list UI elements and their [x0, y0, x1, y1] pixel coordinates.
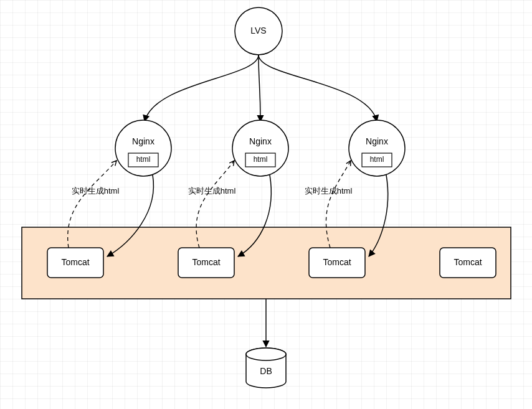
tomcat-label-4: Tomcat [454, 257, 482, 267]
tomcat-label-1: Tomcat [61, 257, 89, 267]
nginx-label-3: Nginx [366, 136, 388, 146]
tomcat-node-2: Tomcat [178, 248, 234, 278]
nginx-node-3: Nginx html [349, 120, 405, 176]
nginx-label-2: Nginx [249, 136, 272, 146]
edge-lvs-nginx1 [145, 55, 259, 121]
nginx-node-1: Nginx html [115, 120, 171, 176]
svg-point-3 [349, 120, 405, 176]
lvs-label: LVS [250, 26, 266, 35]
tomcat-node-3: Tomcat [309, 248, 365, 278]
tomcat-label-3: Tomcat [323, 257, 351, 267]
lvs-node: LVS [235, 7, 282, 55]
tomcat-node-1: Tomcat [47, 248, 103, 278]
nginx-label-1: Nginx [132, 136, 154, 146]
svg-point-2 [232, 120, 288, 176]
db-label: DB [260, 366, 272, 376]
db-node: DB [246, 348, 286, 388]
nginx-html-label-1: html [136, 155, 151, 164]
edge-lvs-nginx2 [259, 55, 260, 121]
annotation-3: 实时生成html [305, 186, 353, 195]
diagram-svg: LVS Nginx html Nginx html Nginx html 实时生… [0, 0, 532, 409]
tomcat-node-4: Tomcat [440, 248, 496, 278]
edge-lvs-nginx3 [259, 55, 377, 121]
tomcat-label-2: Tomcat [192, 257, 220, 267]
annotation-1: 实时生成html [72, 186, 120, 195]
nginx-html-label-2: html [254, 155, 268, 164]
nginx-html-label-3: html [370, 155, 384, 164]
svg-point-9 [246, 348, 286, 360]
svg-point-1 [115, 120, 171, 176]
nginx-node-2: Nginx html [232, 120, 288, 176]
